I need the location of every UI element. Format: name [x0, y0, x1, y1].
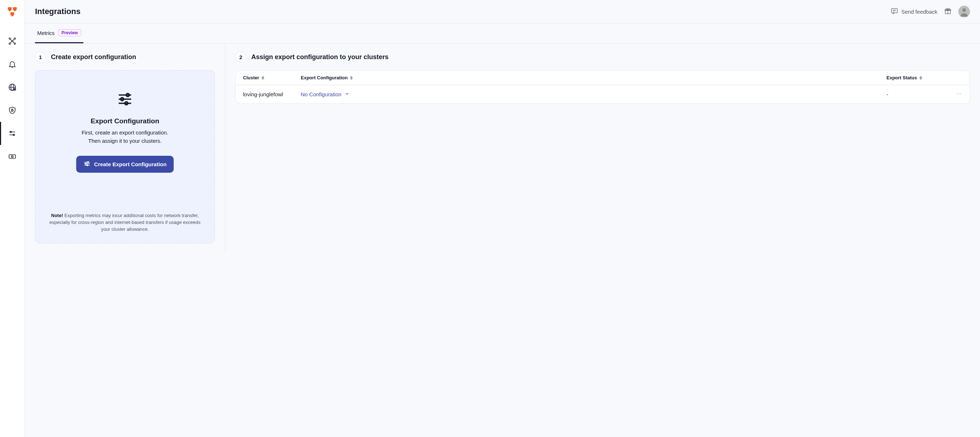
- sort-icon: [350, 76, 353, 80]
- main-area: Integrations Send feedback: [25, 0, 980, 437]
- logo[interactable]: [7, 6, 18, 17]
- step-header-2: 2 Assign export configuration to your cl…: [235, 52, 970, 62]
- feedback-icon: [891, 7, 898, 16]
- sliders-icon: [83, 160, 91, 168]
- svg-marker-52: [350, 78, 353, 80]
- svg-line-8: [11, 39, 11, 40]
- sidebar-item-network[interactable]: [0, 76, 25, 99]
- svg-marker-1: [13, 7, 17, 11]
- card-note: Note! Exporting metrics may incur additi…: [46, 198, 204, 233]
- gift-button[interactable]: [944, 7, 952, 16]
- cell-cluster-name: loving-junglefowl: [243, 91, 301, 97]
- cell-config-dropdown[interactable]: No Configuration: [301, 91, 886, 97]
- cell-status: -: [886, 91, 944, 97]
- preview-badge: Preview: [58, 29, 81, 36]
- step-title: Create export configuration: [51, 53, 136, 61]
- sort-icon: [261, 76, 264, 80]
- header-actions: Send feedback: [891, 6, 970, 17]
- sidebar-item-security[interactable]: [0, 99, 25, 122]
- th-export-config[interactable]: Export Configuration: [301, 75, 886, 81]
- svg-rect-29: [891, 8, 898, 13]
- sort-icon: [920, 76, 922, 80]
- feedback-label: Send feedback: [901, 9, 937, 15]
- svg-rect-25: [9, 155, 16, 158]
- panel-assign-config: 2 Assign export configuration to your cl…: [225, 44, 980, 253]
- svg-line-11: [13, 42, 14, 43]
- step-number: 1: [35, 52, 46, 62]
- gift-icon: [944, 7, 952, 16]
- sidebar-item-billing[interactable]: [0, 145, 25, 168]
- step-title: Assign export configuration to your clus…: [251, 53, 388, 61]
- tabs: Metrics Preview: [25, 24, 980, 44]
- more-icon: [955, 90, 962, 98]
- sidebar: [0, 0, 25, 437]
- svg-point-55: [956, 93, 958, 95]
- svg-point-7: [14, 43, 16, 44]
- export-config-card: Export Configuration First, create an ex…: [35, 70, 215, 243]
- create-export-config-button[interactable]: Create Export Configuration: [76, 156, 174, 173]
- svg-marker-54: [920, 78, 922, 80]
- svg-point-5: [14, 38, 16, 39]
- sliders-icon: [117, 91, 133, 109]
- svg-line-9: [13, 39, 14, 40]
- svg-point-57: [960, 93, 961, 95]
- row-actions-button[interactable]: [944, 90, 962, 98]
- svg-rect-20: [11, 110, 13, 111]
- svg-point-36: [962, 8, 966, 12]
- header: Integrations Send feedback: [25, 0, 980, 24]
- content: 1 Create export configuration Export Con…: [25, 44, 980, 253]
- chevron-down-icon: [344, 91, 350, 97]
- send-feedback-button[interactable]: Send feedback: [891, 7, 937, 16]
- tab-label: Metrics: [37, 30, 54, 36]
- svg-marker-50: [261, 78, 264, 80]
- tab-metrics[interactable]: Metrics Preview: [35, 24, 83, 43]
- svg-line-10: [11, 42, 11, 43]
- svg-marker-0: [8, 7, 11, 11]
- svg-point-6: [9, 43, 11, 44]
- sidebar-item-alerts[interactable]: [0, 53, 25, 76]
- panel-create-config: 1 Create export configuration Export Con…: [25, 44, 225, 253]
- svg-point-26: [11, 156, 13, 158]
- step-number: 2: [235, 52, 246, 62]
- svg-point-4: [9, 38, 11, 39]
- clusters-table: Cluster Export Configuration: [235, 70, 970, 104]
- table-header: Cluster Export Configuration: [236, 71, 969, 85]
- th-cluster[interactable]: Cluster: [243, 75, 301, 81]
- button-label: Create Export Configuration: [94, 161, 167, 167]
- card-title: Export Configuration: [91, 117, 159, 125]
- page-title: Integrations: [35, 7, 81, 16]
- svg-point-3: [11, 40, 13, 42]
- card-description: First, create an export configuration. T…: [82, 129, 168, 145]
- svg-point-56: [958, 93, 959, 95]
- th-export-status[interactable]: Export Status: [886, 75, 944, 81]
- sidebar-item-clusters[interactable]: [0, 30, 25, 53]
- svg-marker-2: [11, 12, 14, 17]
- step-header-1: 1 Create export configuration: [35, 52, 215, 62]
- sidebar-item-integrations[interactable]: [0, 122, 25, 145]
- table-row: loving-junglefowl No Configuration -: [236, 85, 969, 103]
- avatar[interactable]: [958, 6, 970, 17]
